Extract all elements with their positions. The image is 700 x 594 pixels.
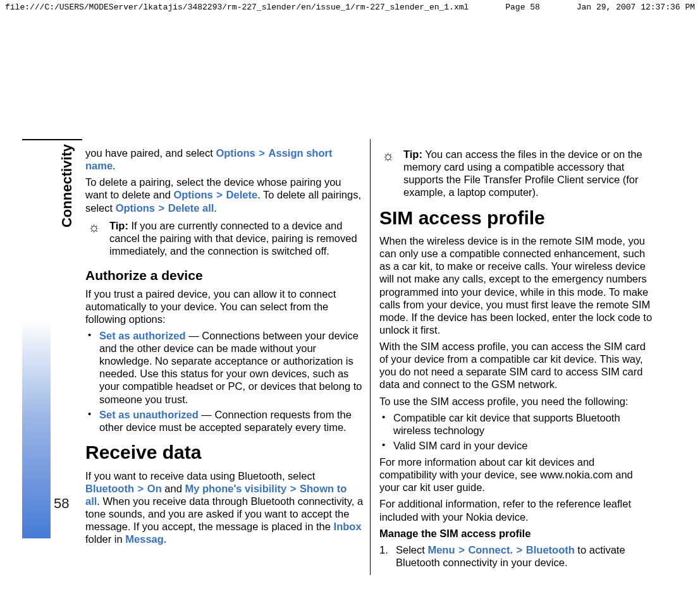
tip-text: Tip: If you are currently connected to a… [109,219,364,257]
keyword-bluetooth: Bluetooth [526,544,575,555]
text: Compatible car kit device that supports … [393,412,620,436]
text: Select [396,544,427,555]
keyword-connect: Connect. [468,544,513,555]
step-number: 1. [379,543,388,556]
tip-label: Tip: [109,220,128,231]
content-columns: you have paired, and select Options > As… [85,139,664,575]
paragraph: For more information about car kit devic… [379,456,654,494]
section-title: Connectivity [59,144,75,227]
list-item: 1. Select Menu > Connect. > Bluetooth to… [379,543,654,569]
chevron-right-icon: > [216,189,223,200]
keyword-delete: Delete [226,189,258,200]
keyword-set-as-unauthorized: Set as unauthorized [99,409,199,420]
text: Valid SIM card in your device [393,440,527,451]
keyword-menu: Menu [427,544,455,555]
text: If you want to receive data using Blueto… [85,470,315,482]
list-item: Set as unauthorized — Connection request… [85,408,364,433]
page-number: 58 [54,495,69,512]
tip-icon: ☼ [379,148,397,199]
sidebar-gradient [22,140,51,538]
sidebar: Connectivity 58 [22,139,82,537]
header-path: file:///C:/USERS/MODEServer/lkatajis/348… [5,3,469,12]
subheading-manage-sim-access-profile: Manage the SIM access profile [379,527,654,540]
keyword-options: Options [116,202,155,214]
text: . [113,160,116,171]
chevron-right-icon: > [158,202,166,214]
chevron-right-icon: > [516,544,524,555]
chevron-right-icon: > [290,483,297,494]
text: and [162,483,185,494]
paragraph: you have paired, and select Options > As… [85,147,364,172]
keyword-set-as-authorized: Set as authorized [99,330,186,341]
keyword-my-phones-visibility: My phone's visibility [185,483,286,494]
list-item: Valid SIM card in your device [379,439,654,452]
paragraph: To delete a pairing, select the device w… [85,176,364,214]
text: . [214,202,217,214]
heading-sim-access-profile: SIM access profile [379,207,654,230]
paragraph: To use the SIM access profile, you need … [379,395,654,408]
authorize-options-list: Set as authorized — Connections between … [85,329,364,433]
requirements-list: Compatible car kit device that supports … [379,411,654,452]
left-column: you have paired, and select Options > As… [85,139,370,575]
keyword-messag: Messag. [125,533,166,545]
list-item: Set as authorized — Connections between … [85,329,364,406]
tip-block: ☼ Tip: If you are currently connected to… [85,219,364,257]
page-body: Connectivity 58 you have paired, and sel… [22,139,675,594]
heading-authorize-a-device: Authorize a device [85,267,364,284]
text: You can access the files in the device o… [403,148,642,198]
heading-receive-data: Receive data [85,441,364,464]
chevron-right-icon: > [137,483,145,494]
print-header: file:///C:/USERS/MODEServer/lkatajis/348… [0,0,700,15]
list-item: Compatible car kit device that supports … [379,411,654,437]
paragraph: For additional information, refer to the… [379,497,654,523]
text: If you are currently connected to a devi… [109,220,357,257]
tip-text: Tip: You can access the files in the dev… [403,148,654,199]
paragraph: If you trust a paired device, you can al… [85,288,364,325]
paragraph: When the wireless device is in the remot… [379,234,654,336]
text: . When you receive data through Bluetoot… [85,495,363,532]
header-page: Page 58 [505,3,540,12]
keyword-inbox: Inbox [334,521,362,532]
chevron-right-icon: > [258,147,266,159]
paragraph: With the SIM access profile, you can acc… [379,340,654,391]
keyword-bluetooth: Bluetooth [85,483,134,494]
paragraph: If you want to receive data using Blueto… [85,470,364,546]
text: you have paired, and select [85,147,216,159]
keyword-delete-all: Delete all [168,202,214,214]
keyword-options: Options [216,147,255,159]
keyword-on: On [147,483,162,494]
chevron-right-icon: > [458,544,465,555]
keyword-options: Options [173,189,212,200]
tip-icon: ☼ [85,219,103,257]
text: folder in [85,533,125,545]
steps-list: 1. Select Menu > Connect. > Bluetooth to… [379,543,654,569]
tip-block: ☼ Tip: You can access the files in the d… [379,148,654,199]
header-date: Jan 29, 2007 12:37:36 PM [577,3,695,12]
right-column: ☼ Tip: You can access the files in the d… [370,139,654,575]
tip-label: Tip: [403,148,422,160]
